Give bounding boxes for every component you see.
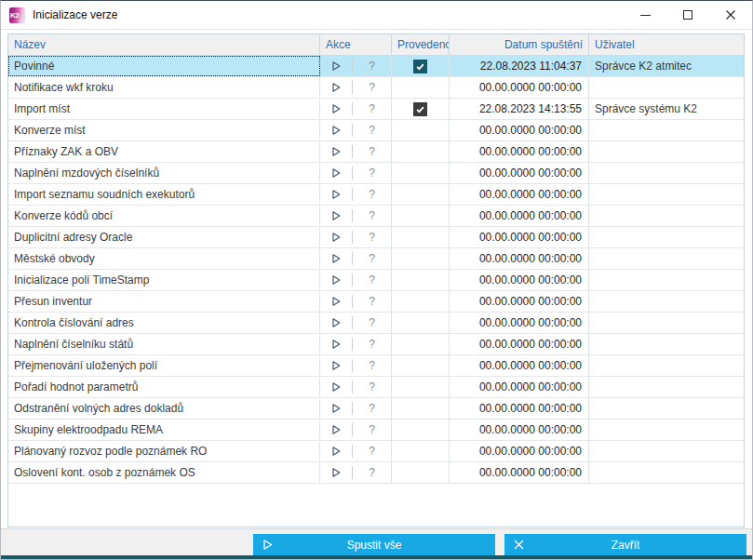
table-row[interactable]: Naplnění mzdových číselníků ? 00.00.0000… — [8, 163, 744, 184]
run-task-button[interactable] — [320, 441, 352, 461]
table-row[interactable]: Oslovení kont. osob z poznámek OS ? 00.0… — [8, 462, 744, 484]
task-help-button[interactable]: ? — [353, 56, 391, 76]
task-help-button[interactable]: ? — [353, 270, 391, 290]
task-name: Příznaky ZAK a OBV — [14, 145, 118, 158]
task-name-cell[interactable]: Skupiny elektroodpadu REMA — [8, 420, 320, 440]
run-task-button[interactable] — [320, 120, 352, 140]
run-task-button[interactable] — [320, 398, 352, 419]
run-task-button[interactable] — [320, 227, 352, 247]
table-row[interactable]: Konverze míst ? 00.00.0000 00:00:00 — [8, 120, 744, 141]
task-name-cell[interactable]: Konverze kódů obcí — [8, 206, 320, 226]
task-name-cell[interactable]: Městské obvody — [8, 248, 320, 269]
task-help-button[interactable]: ? — [353, 462, 391, 483]
done-cell — [392, 441, 450, 461]
column-header-datum-spusteni[interactable]: Datum spuštění — [450, 34, 589, 55]
maximize-button[interactable] — [666, 1, 709, 29]
task-name-cell[interactable]: Odstranění volných adres dokladů — [8, 398, 320, 419]
table-row[interactable]: Import míst ? 22.08.2023 14:13:55 Správc… — [8, 99, 744, 120]
task-name-cell[interactable]: Naplnění mzdových číselníků — [8, 163, 320, 183]
table-row[interactable]: Kontrola číslování adres ? 00.00.0000 00… — [8, 313, 744, 334]
task-name-cell[interactable]: Import seznamu soudních exekutorů — [8, 184, 320, 205]
table-row[interactable]: Přesun inventur ? 00.00.0000 00:00:00 — [8, 291, 744, 313]
task-name-cell[interactable]: Plánovaný rozvoz podle poznámek RO — [8, 441, 320, 461]
task-help-button[interactable]: ? — [353, 398, 391, 419]
task-name-cell[interactable]: Povinné — [8, 56, 320, 76]
task-help-button[interactable]: ? — [353, 120, 391, 140]
column-header-akce[interactable]: Akce — [320, 34, 392, 55]
task-help-button[interactable]: ? — [353, 355, 391, 376]
table-row[interactable]: Import seznamu soudních exekutorů ? 00.0… — [8, 184, 744, 206]
run-task-button[interactable] — [320, 377, 352, 397]
run-task-button[interactable] — [320, 462, 352, 483]
minimize-button[interactable] — [624, 1, 666, 29]
column-header-nazev[interactable]: Název — [8, 34, 320, 55]
run-task-button[interactable] — [320, 270, 352, 290]
column-header-provedeno[interactable]: Provedeno — [392, 34, 450, 55]
run-task-button[interactable] — [320, 99, 352, 119]
task-help-button[interactable]: ? — [353, 334, 391, 354]
task-name-cell[interactable]: Konverze míst — [8, 120, 320, 140]
task-name: Naplnění číselníku států — [14, 338, 133, 351]
play-icon — [330, 381, 342, 393]
run-task-button[interactable] — [320, 313, 352, 333]
run-task-button[interactable] — [320, 56, 352, 76]
task-name-cell[interactable]: Kontrola číslování adres — [8, 313, 320, 333]
done-checkbox[interactable] — [413, 102, 427, 116]
task-help-button[interactable]: ? — [353, 441, 391, 461]
table-row[interactable]: Příznaky ZAK a OBV ? 00.00.0000 00:00:00 — [8, 141, 744, 163]
table-row[interactable]: Inicializace polí TimeStamp ? 00.00.0000… — [8, 270, 744, 291]
run-task-button[interactable] — [320, 420, 352, 440]
run-date: 00.00.0000 00:00:00 — [450, 334, 589, 354]
run-task-button[interactable] — [320, 141, 352, 162]
task-name-cell[interactable]: Duplicitní adresy Oracle — [8, 227, 320, 247]
task-help-button[interactable]: ? — [353, 227, 391, 247]
task-help-button[interactable]: ? — [353, 141, 391, 162]
task-help-button[interactable]: ? — [353, 77, 391, 98]
task-name-cell[interactable]: Notifikace wkf kroku — [8, 77, 320, 98]
table-row[interactable]: Konverze kódů obcí ? 00.00.0000 00:00:00 — [8, 206, 744, 227]
task-help-button[interactable]: ? — [353, 163, 391, 183]
table-row[interactable]: Pořadí hodnot parametrů ? 00.00.0000 00:… — [8, 377, 744, 398]
task-help-button[interactable]: ? — [353, 248, 391, 269]
task-name-cell[interactable]: Pořadí hodnot parametrů — [8, 377, 320, 397]
titlebar[interactable]: K2 Inicializace verze — [1, 1, 752, 30]
close-dialog-button[interactable]: Zavřít — [504, 534, 746, 556]
task-help-button[interactable]: ? — [353, 206, 391, 226]
task-name-cell[interactable]: Inicializace polí TimeStamp — [8, 270, 320, 290]
task-help-button[interactable]: ? — [353, 184, 391, 205]
table-row[interactable]: Naplnění číselníku států ? 00.00.0000 00… — [8, 334, 744, 355]
column-header-uzivatel[interactable]: Uživatel — [589, 34, 744, 55]
task-help-button[interactable]: ? — [353, 313, 391, 333]
task-name-cell[interactable]: Naplnění číselníku států — [8, 334, 320, 354]
task-name-cell[interactable]: Import míst — [8, 99, 320, 119]
table-row[interactable]: Duplicitní adresy Oracle ? 00.00.0000 00… — [8, 227, 744, 248]
table-row[interactable]: Notifikace wkf kroku ? 00.00.0000 00:00:… — [8, 77, 744, 99]
run-task-button[interactable] — [320, 77, 352, 98]
run-task-button[interactable] — [320, 206, 352, 226]
run-date: 00.00.0000 00:00:00 — [450, 184, 589, 205]
run-date: 00.00.0000 00:00:00 — [450, 270, 589, 290]
run-task-button[interactable] — [320, 355, 352, 376]
close-button[interactable] — [709, 1, 752, 29]
run-task-button[interactable] — [320, 334, 352, 354]
task-help-button[interactable]: ? — [353, 420, 391, 440]
run-task-button[interactable] — [320, 248, 352, 269]
task-name-cell[interactable]: Příznaky ZAK a OBV — [8, 141, 320, 162]
table-row[interactable]: Povinné ? 22.08.2023 11:04:37 Správce K2… — [8, 56, 744, 77]
table-row[interactable]: Přejmenování uložených polí ? 00.00.0000… — [8, 355, 744, 377]
run-task-button[interactable] — [320, 184, 352, 205]
task-name-cell[interactable]: Přesun inventur — [8, 291, 320, 312]
table-row[interactable]: Odstranění volných adres dokladů ? 00.00… — [8, 398, 744, 420]
task-help-button[interactable]: ? — [353, 291, 391, 312]
run-all-button[interactable]: Spustit vše — [253, 534, 495, 556]
table-row[interactable]: Skupiny elektroodpadu REMA ? 00.00.0000 … — [8, 420, 744, 441]
table-row[interactable]: Městské obvody ? 00.00.0000 00:00:00 — [8, 248, 744, 270]
task-name-cell[interactable]: Oslovení kont. osob z poznámek OS — [8, 462, 320, 483]
task-help-button[interactable]: ? — [353, 377, 391, 397]
task-name-cell[interactable]: Přejmenování uložených polí — [8, 355, 320, 376]
task-help-button[interactable]: ? — [353, 99, 391, 119]
table-row[interactable]: Plánovaný rozvoz podle poznámek RO ? 00.… — [8, 441, 744, 462]
done-checkbox[interactable] — [413, 60, 427, 73]
run-task-button[interactable] — [320, 291, 352, 312]
run-task-button[interactable] — [320, 163, 352, 183]
